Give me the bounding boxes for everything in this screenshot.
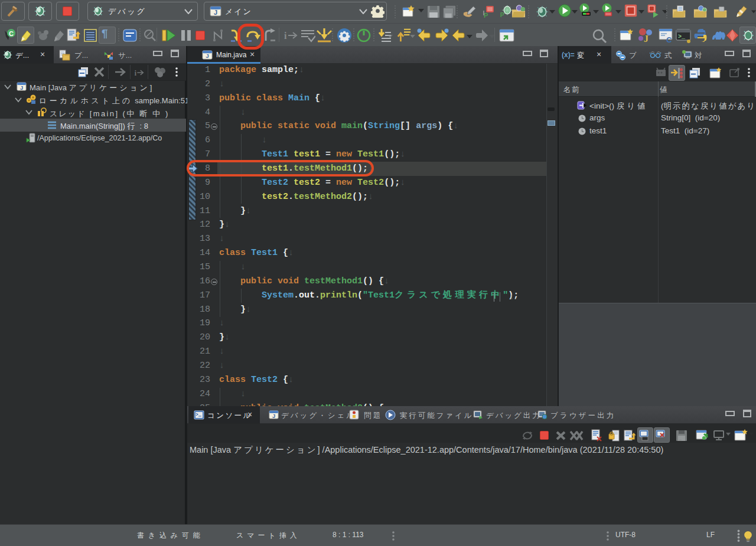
svg-text:C: C	[666, 35, 672, 43]
svg-text:J: J	[206, 53, 209, 59]
svg-text:J: J	[272, 413, 275, 419]
svg-text:J: J	[20, 85, 23, 91]
svg-text:C: C	[9, 30, 14, 37]
svg-text:J: J	[644, 34, 649, 43]
svg-text:P: P	[484, 12, 488, 19]
svg-text:P: P	[500, 12, 504, 18]
svg-text:...: ...	[679, 437, 682, 441]
svg-text:J: J	[214, 9, 217, 16]
svg-text:>_: >_	[678, 34, 686, 40]
svg-text:i: i	[135, 70, 137, 77]
svg-text:i: i	[284, 31, 287, 41]
